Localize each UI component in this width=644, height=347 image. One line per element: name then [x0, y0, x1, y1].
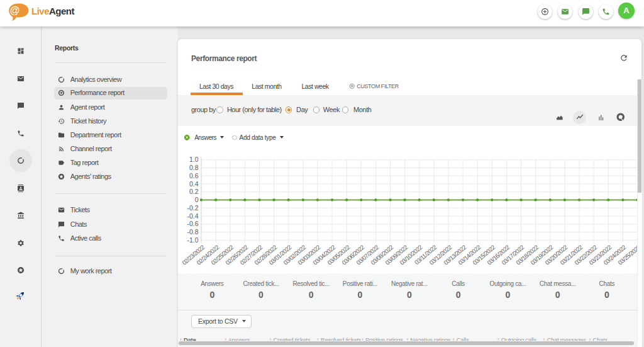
svg-text:0: 0 — [195, 196, 199, 203]
svg-text:@: @ — [10, 5, 19, 16]
svg-text:1.0: 1.0 — [189, 156, 199, 163]
svg-text:0.2: 0.2 — [189, 188, 199, 195]
svg-text:-1.0: -1.0 — [187, 236, 198, 244]
svg-text:-0.6: -0.6 — [187, 220, 198, 227]
svg-text:0.8: 0.8 — [189, 164, 199, 171]
svg-text:-0.4: -0.4 — [187, 212, 198, 220]
svg-text:-0.2: -0.2 — [187, 204, 198, 212]
svg-text:-0.8: -0.8 — [187, 228, 198, 236]
svg-text:0.4: 0.4 — [189, 180, 199, 188]
svg-text:0.6: 0.6 — [189, 172, 199, 179]
